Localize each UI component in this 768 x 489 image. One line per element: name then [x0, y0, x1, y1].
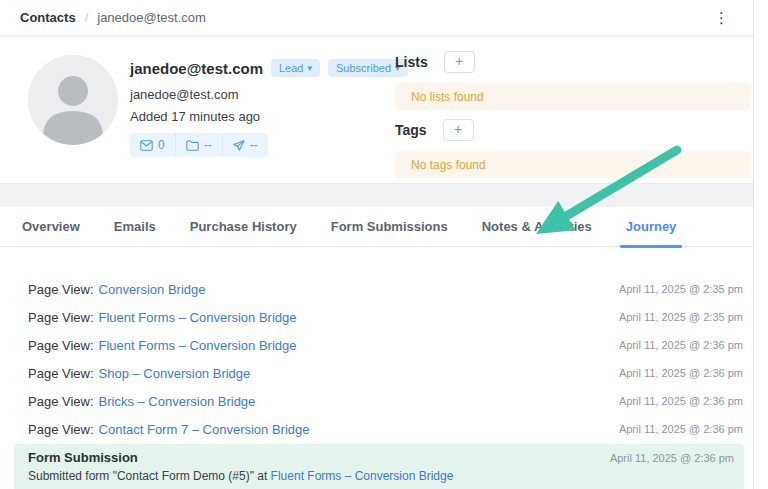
emails-stat-value: 0 — [158, 138, 165, 152]
opens-stat-value: -- — [204, 138, 212, 152]
journey-event-row-highlighted: Form Submission Submitted form "Contact … — [14, 444, 744, 489]
event-timestamp: April 11, 2025 @ 2:36 pm — [619, 395, 743, 407]
event-page-link[interactable]: Contact Form 7 – Conversion Bridge — [99, 422, 310, 437]
event-type: Page View: — [28, 338, 94, 353]
lead-status-dropdown[interactable]: Lead ▾ — [271, 59, 320, 77]
add-tag-button[interactable]: + — [443, 119, 474, 141]
contact-added-time: Added 17 minutes ago — [130, 109, 408, 124]
contact-profile-card: janedoe@test.com Lead ▾ Subscribed ▾ jan… — [0, 37, 753, 184]
emails-stat[interactable]: 0 — [130, 133, 175, 157]
no-tags-alert: No tags found — [395, 151, 750, 178]
journey-event-row: Page View: Shop – Conversion Bridge Apri… — [0, 359, 753, 387]
contact-name: janedoe@test.com — [130, 60, 263, 77]
tab-overview[interactable]: Overview — [22, 207, 80, 247]
breadcrumb-current-contact: janedoe@test.com — [97, 10, 206, 25]
journey-event-row: Page View: Conversion Bridge April 11, 2… — [0, 275, 753, 303]
breadcrumb-separator: / — [85, 10, 89, 25]
journey-event-row: Page View: Contact Form 7 – Conversion B… — [0, 415, 753, 443]
journey-event-list: Page View: Conversion Bridge April 11, 2… — [0, 247, 753, 489]
event-page-link[interactable]: Conversion Bridge — [99, 282, 206, 297]
tab-bar: Overview Emails Purchase History Form Su… — [0, 207, 753, 247]
clicks-stat[interactable]: -- — [222, 133, 268, 157]
clicks-stat-value: -- — [250, 138, 258, 152]
envelope-icon — [140, 140, 153, 151]
event-page-link[interactable]: Fluent Forms – Conversion Bridge — [271, 469, 454, 483]
journey-event-row: Page View: Bricks – Conversion Bridge Ap… — [0, 387, 753, 415]
contact-detail-page: Contacts / janedoe@test.com ⋮ janedoe@te… — [0, 0, 754, 489]
add-list-button[interactable]: + — [444, 51, 475, 73]
send-icon — [233, 140, 245, 151]
contact-info: janedoe@test.com Lead ▾ Subscribed ▾ jan… — [130, 59, 408, 157]
no-lists-alert: No lists found — [395, 83, 750, 110]
event-timestamp: April 11, 2025 @ 2:35 pm — [619, 311, 743, 323]
event-page-link[interactable]: Bricks – Conversion Bridge — [99, 394, 256, 409]
journey-event-row: Page View: Fluent Forms – Conversion Bri… — [0, 331, 753, 359]
lists-title: Lists — [395, 54, 428, 70]
event-timestamp: April 11, 2025 @ 2:35 pm — [619, 283, 743, 295]
tab-journey[interactable]: Journey — [626, 207, 677, 247]
breadcrumb-contacts-link[interactable]: Contacts — [20, 10, 76, 25]
breadcrumb-bar: Contacts / janedoe@test.com ⋮ — [0, 0, 753, 36]
event-description: Submitted form "Contact Form Demo (#5)" … — [28, 468, 734, 484]
caret-down-icon: ▾ — [307, 63, 312, 73]
tab-purchase-history[interactable]: Purchase History — [190, 207, 297, 247]
subscription-status-label: Subscribed — [336, 62, 391, 74]
tab-emails[interactable]: Emails — [114, 207, 156, 247]
lists-tags-panel: Lists + No lists found Tags + No tags fo… — [395, 50, 750, 178]
tab-notes-activities[interactable]: Notes & Activities — [482, 207, 592, 247]
journey-event-row: Page View: Fluent Forms – Conversion Bri… — [0, 303, 753, 331]
contact-email: janedoe@test.com — [130, 87, 408, 102]
event-type: Page View: — [28, 422, 94, 437]
event-description-text: Submitted form "Contact Form Demo (#5)" … — [28, 469, 271, 483]
event-timestamp: April 11, 2025 @ 2:36 pm — [619, 367, 743, 379]
contact-stats: 0 -- -- — [130, 133, 268, 157]
event-type: Page View: — [28, 310, 94, 325]
event-timestamp: April 11, 2025 @ 2:36 pm — [619, 423, 743, 435]
contact-tabs-card: Overview Emails Purchase History Form Su… — [0, 207, 753, 489]
tags-title: Tags — [395, 122, 427, 138]
event-type: Page View: — [28, 366, 94, 381]
event-timestamp: April 11, 2025 @ 2:36 pm — [610, 452, 734, 464]
event-type: Page View: — [28, 394, 94, 409]
lead-status-label: Lead — [279, 62, 303, 74]
event-page-link[interactable]: Fluent Forms – Conversion Bridge — [99, 310, 297, 325]
event-page-link[interactable]: Fluent Forms – Conversion Bridge — [99, 338, 297, 353]
avatar — [28, 55, 118, 145]
kebab-menu-icon[interactable]: ⋮ — [710, 11, 733, 25]
folder-icon — [186, 140, 199, 151]
event-type: Page View: — [28, 282, 94, 297]
opens-stat[interactable]: -- — [175, 133, 222, 157]
event-timestamp: April 11, 2025 @ 2:36 pm — [619, 339, 743, 351]
tab-form-submissions[interactable]: Form Submissions — [331, 207, 448, 247]
event-page-link[interactable]: Shop – Conversion Bridge — [99, 366, 251, 381]
